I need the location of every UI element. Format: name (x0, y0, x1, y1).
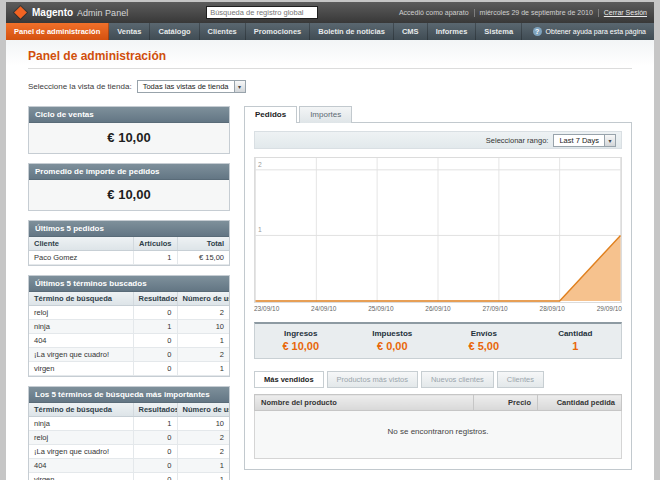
help-icon: ? (533, 27, 542, 36)
nav-item-ventas[interactable]: Ventas (109, 23, 150, 40)
last-5-orders-box: Últimos 5 pedidos Cliente Artículos Tota… (28, 220, 230, 266)
cell: 2 (177, 431, 229, 445)
cell: 10 (177, 417, 229, 431)
cell: virgen (29, 473, 133, 480)
table-header-row: Nombre del producto Precio Cantidad pedi… (255, 395, 622, 411)
column-header: Resultados (133, 292, 177, 306)
nav-item-sistema[interactable]: Sistema (476, 23, 522, 40)
cell: 1 (133, 251, 177, 265)
cell: virgen (29, 362, 133, 376)
table-header-row: Cliente Artículos Total (29, 237, 229, 251)
table-row[interactable]: ninja 1 10 (29, 417, 229, 431)
global-search-input[interactable] (206, 6, 318, 19)
magento-logo: Magento Admin Panel (13, 7, 128, 18)
cell: reloj (29, 431, 133, 445)
header: Magento Admin Panel Accedió como aparato… (6, 2, 654, 23)
table-header-row: Término de búsqueda Resultados Número de… (29, 403, 229, 417)
magento-logo-icon (14, 6, 27, 19)
cell: ninja (29, 417, 133, 431)
x-tick: 26/09/10 (425, 305, 450, 312)
magento-admin-app: Magento Admin Panel Accedió como aparato… (6, 2, 654, 480)
store-view-select[interactable]: Todas las vistas de tienda ▾ (137, 80, 246, 93)
store-view-label: Seleccione la vista de tienda: (28, 82, 132, 91)
tab-productos-mas-vistos[interactable]: Productos más vistos (327, 371, 418, 388)
box-title: Ciclo de ventas (29, 107, 229, 123)
cell: 1 (133, 320, 177, 334)
cell: 1 (177, 459, 229, 473)
cell: 0 (133, 459, 177, 473)
brand-name: Magento (32, 7, 73, 18)
stat-ingresos: Ingresos € 10,00 (255, 324, 347, 358)
last-5-search-terms-box: Últimos 5 términos buscados Término de b… (28, 275, 230, 377)
box-title: Últimos 5 pedidos (29, 221, 229, 237)
cell: 404 (29, 334, 133, 348)
column-header: Resultados (133, 403, 177, 417)
totals-bar: Ingresos € 10,00 Impuestos € 0,00 Envíos… (254, 322, 622, 359)
cell: 1 (177, 334, 229, 348)
x-tick: 28/09/10 (540, 305, 565, 312)
chevron-down-icon: ▾ (604, 135, 615, 146)
cell: ninja (29, 320, 133, 334)
x-tick: 24/09/10 (311, 305, 336, 312)
tab-mas-vendidos[interactable]: Más vendidos (254, 371, 324, 388)
chart-x-axis-labels: 23/09/10 24/09/10 25/09/10 26/09/10 27/0… (254, 305, 622, 312)
chart-panel: Seleccionar rango: Last 7 Days ▾ 12 23/0… (244, 122, 632, 470)
nav-item-informes[interactable]: Informes (428, 23, 477, 40)
empty-message: No se encontraron registros. (255, 411, 622, 459)
stat-cantidad: Cantidad 1 (530, 324, 622, 358)
table-row[interactable]: reloj 0 2 (29, 431, 229, 445)
svg-text:2: 2 (258, 161, 262, 168)
logout-link[interactable]: Cerrar Sesión (604, 9, 647, 16)
box-title: Promedio de importe de pedidos (29, 164, 229, 180)
table-row[interactable]: 404 0 1 (29, 334, 229, 348)
nav-item-dashboard[interactable]: Panel de administración (6, 23, 109, 40)
table-row[interactable]: Paco Gomez 1 € 15,00 (29, 251, 229, 265)
cell: 0 (133, 431, 177, 445)
brand-suffix: Admin Panel (77, 8, 128, 18)
range-selector-row: Seleccionar rango: Last 7 Days ▾ (254, 131, 622, 149)
svg-text:1: 1 (258, 226, 262, 233)
cell: 0 (133, 334, 177, 348)
empty-row: No se encontraron registros. (255, 411, 622, 459)
table-row[interactable]: 404 0 1 (29, 459, 229, 473)
x-tick: 23/09/10 (254, 305, 279, 312)
table-row[interactable]: ¡La virgen que cuadro! 0 2 (29, 445, 229, 459)
column-header: Número de usos (177, 292, 229, 306)
tab-clientes[interactable]: Clientes (497, 371, 544, 388)
chart-tabs: Pedidos Importes (244, 106, 632, 123)
table-row[interactable]: virgen 0 1 (29, 362, 229, 376)
table-row[interactable]: reloj 0 2 (29, 306, 229, 320)
average-orders-box: Promedio de importe de pedidos € 10,00 (28, 163, 230, 211)
cell: € 15,00 (177, 251, 229, 265)
x-tick: 25/09/10 (368, 305, 393, 312)
average-orders-value: € 10,00 (29, 180, 229, 210)
column-header: Término de búsqueda (29, 292, 133, 306)
nav-item-clientes[interactable]: Clientes (200, 23, 246, 40)
cell: 1 (177, 362, 229, 376)
table-row[interactable]: ¡La virgen que cuadro! 0 2 (29, 348, 229, 362)
nav-item-catalogo[interactable]: Catálogo (150, 23, 199, 40)
tab-pedidos[interactable]: Pedidos (244, 106, 297, 123)
nav-item-promociones[interactable]: Promociones (246, 23, 311, 40)
column-header: Nombre del producto (255, 395, 474, 411)
tab-importes[interactable]: Importes (299, 106, 352, 123)
table-row[interactable]: ninja 1 10 (29, 320, 229, 334)
top-search-terms-table: Término de búsqueda Resultados Número de… (29, 403, 229, 480)
range-value: Last 7 Days (554, 135, 604, 146)
table-row[interactable]: virgen 0 1 (29, 473, 229, 480)
nav-item-boletin[interactable]: Boletín de noticias (310, 23, 394, 40)
cell: 1 (133, 417, 177, 431)
range-label: Seleccionar rango: (486, 136, 549, 145)
cell: 2 (177, 306, 229, 320)
cell: 0 (133, 473, 177, 480)
orders-chart: 12 (254, 157, 622, 303)
account-info: Accedió como aparato miércoles 29 de sep… (399, 9, 647, 17)
stat-label: Impuestos (347, 329, 439, 338)
main-nav: Panel de administración Ventas Catálogo … (6, 23, 654, 40)
range-select[interactable]: Last 7 Days ▾ (553, 134, 616, 147)
cell: 1 (177, 473, 229, 480)
nav-item-cms[interactable]: CMS (394, 23, 428, 40)
stat-value: € 0,00 (347, 340, 439, 352)
page-help-link[interactable]: ? Obtener ayuda para esta página (525, 23, 654, 40)
tab-nuevos-clientes[interactable]: Nuevos clientes (421, 371, 494, 388)
